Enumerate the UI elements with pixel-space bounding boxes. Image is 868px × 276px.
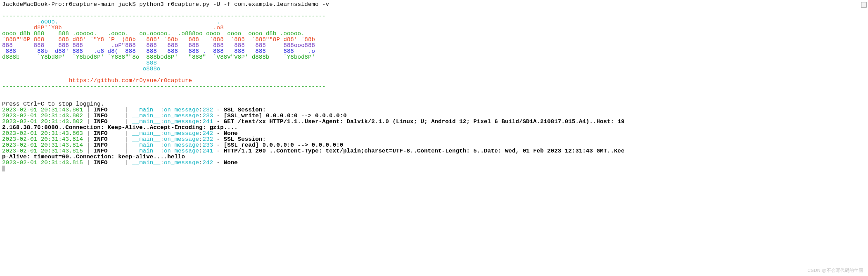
watermark-text: CSDN @不会写代码的丝丽 [807,268,863,273]
terminal-cursor [2,166,5,171]
terminal-output: JackdeMacBook-Pro:r0capture-main jack$ p… [0,0,868,173]
scroll-indicator-icon [861,2,867,8]
